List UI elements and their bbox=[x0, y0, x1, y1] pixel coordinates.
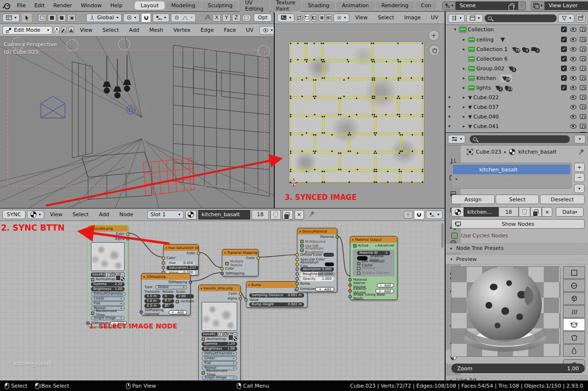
multiple-textures-checkbox[interactable] bbox=[225, 262, 229, 265]
expand-icon[interactable]: ▸ bbox=[461, 66, 467, 71]
hide-eye-icon[interactable] bbox=[570, 132, 576, 133]
options-button[interactable]: Opt bbox=[254, 13, 272, 22]
expand-icon[interactable]: ▸ bbox=[461, 85, 467, 90]
emission-input-socket[interactable] bbox=[295, 287, 299, 291]
use-cycles-nodes[interactable]: Use Cycles Nodes bbox=[451, 233, 508, 239]
panel-node-tree-presets[interactable]: ▸ Node Tree Presets :::: bbox=[446, 243, 588, 253]
preview-cloth-button[interactable] bbox=[563, 331, 585, 344]
uv-face-select-icon[interactable] bbox=[319, 14, 324, 22]
absorption-depth-socket[interactable] bbox=[295, 268, 299, 271]
editor-type-icon[interactable]: ▾ bbox=[2, 13, 20, 22]
material-slot-list[interactable]: kitchen_basalt ▸ :::: bbox=[451, 163, 572, 189]
menu-edge[interactable]: Edge bbox=[196, 27, 218, 33]
interpolation-dropdown[interactable]: Linear▾ bbox=[91, 297, 125, 301]
disable-render-icon[interactable] bbox=[580, 47, 586, 52]
grip-handle[interactable]: :::: bbox=[507, 177, 515, 182]
panel-preview[interactable]: ▾ Preview :::: bbox=[446, 254, 588, 264]
pin-icon[interactable] bbox=[308, 211, 315, 219]
gamma-slider[interactable]: Gamma2.20 bbox=[91, 282, 125, 287]
projection-dropdown[interactable]: Flat▾ bbox=[91, 301, 125, 306]
preview-fluid-button[interactable] bbox=[563, 344, 585, 357]
unlink-material-icon[interactable]: × bbox=[542, 207, 552, 217]
view-layer-name-field[interactable]: View Layer bbox=[545, 1, 588, 10]
shader-type-icon[interactable]: ▾ bbox=[27, 210, 44, 219]
exclude-checkbox[interactable]: ✓ bbox=[561, 26, 567, 32]
brightness-slider[interactable]: Brightness1.00 bbox=[91, 287, 125, 291]
disable-render-icon[interactable] bbox=[580, 56, 586, 61]
pivot-point-dropdown[interactable]: ▾ bbox=[123, 13, 140, 22]
add-slot-button[interactable]: + bbox=[574, 163, 585, 172]
shadow-catcher-checkbox[interactable] bbox=[357, 272, 360, 275]
slot-dropdown[interactable]: Slot 1▾ bbox=[147, 210, 184, 219]
expand-icon[interactable]: ▸ bbox=[461, 124, 467, 129]
menu-window[interactable]: Window bbox=[77, 0, 106, 12]
preview-resize-grip[interactable]: :::: bbox=[499, 358, 507, 363]
material-input-socket[interactable] bbox=[348, 278, 352, 282]
saturation-slider[interactable]: Saturation1.217 bbox=[166, 266, 199, 270]
material-name-field[interactable]: kitchen_basalt bbox=[198, 210, 250, 220]
uv-image-editor[interactable]: ▾ ▾ View Select Image UV bbox=[275, 12, 445, 208]
specular-input-socket[interactable] bbox=[295, 258, 299, 261]
channels-dropdown[interactable]: DefaultChannels▾ bbox=[91, 292, 126, 296]
transform-orientation-dropdown[interactable]: Global▾ bbox=[86, 13, 122, 22]
exclude-checkbox[interactable]: ✓ bbox=[561, 37, 567, 42]
source-dropdown[interactable]: Single Image▾ bbox=[202, 376, 237, 380]
use-ior-checkbox[interactable] bbox=[300, 244, 304, 248]
properties-search-input[interactable] bbox=[470, 135, 570, 143]
diffuse-color-swatch[interactable] bbox=[323, 253, 334, 257]
material-users-count[interactable]: 18 bbox=[252, 210, 269, 220]
node-title[interactable]: basalto_bmp.png bbox=[199, 285, 240, 291]
menu-render[interactable]: Render bbox=[49, 0, 77, 12]
menu-view[interactable]: View bbox=[76, 27, 97, 33]
editor-type-icon[interactable]: ▾ bbox=[448, 135, 465, 143]
roughness-slider[interactable]: Roughness0.5000 bbox=[300, 272, 335, 276]
color-input-socket[interactable] bbox=[220, 267, 224, 271]
hide-eye-icon[interactable] bbox=[570, 95, 576, 100]
outliner-row-cube040[interactable]: ▸ ▼ Cube.040 ▽ bbox=[446, 112, 588, 121]
hue-input-socket[interactable] bbox=[162, 261, 165, 265]
absorption-color-swatch[interactable] bbox=[325, 262, 334, 266]
exclude-checkbox[interactable]: ✓ bbox=[561, 75, 567, 81]
color-output-socket[interactable] bbox=[126, 233, 129, 236]
sampling-distance-field[interactable]: Sampling Distance0.001 m bbox=[249, 293, 304, 298]
menu-mesh[interactable]: Mesh bbox=[145, 27, 167, 33]
new-collection-icon[interactable] bbox=[576, 14, 586, 23]
material-output-socket[interactable] bbox=[335, 235, 339, 239]
disable-render-icon[interactable] bbox=[580, 95, 586, 100]
menu-view[interactable]: View bbox=[351, 14, 372, 21]
outliner-search-input[interactable] bbox=[485, 14, 557, 22]
tab-compositing[interactable]: Con bbox=[415, 1, 437, 10]
source-dropdown[interactable]: Single Image▾ bbox=[91, 316, 125, 320]
panel-collapse-icon[interactable]: ▸ bbox=[450, 246, 452, 250]
holdout-checkbox[interactable] bbox=[357, 267, 360, 270]
rotate-x[interactable]: X 7.3° bbox=[162, 294, 174, 299]
disable-render-icon[interactable] bbox=[580, 66, 586, 71]
mapping-output-socket[interactable] bbox=[189, 281, 192, 284]
mirror-x-button[interactable]: X bbox=[213, 14, 221, 22]
colorspace-icon[interactable] bbox=[233, 337, 237, 341]
menu-help[interactable]: Help bbox=[106, 0, 127, 12]
vertex-select-icon[interactable] bbox=[54, 26, 60, 34]
disable-render-icon[interactable] bbox=[580, 104, 586, 109]
absorption-color-socket[interactable] bbox=[295, 263, 299, 266]
mirror-z-button[interactable]: Z bbox=[232, 14, 240, 22]
assign-button[interactable]: Assign bbox=[451, 195, 495, 204]
uv-sticky-dropdown[interactable]: ▾ bbox=[333, 13, 349, 22]
node-title[interactable]: basalto.png bbox=[88, 225, 128, 232]
copy-icon[interactable] bbox=[510, 3, 514, 8]
remove-slot-button[interactable]: − bbox=[574, 173, 585, 182]
color-output-socket[interactable] bbox=[239, 292, 242, 296]
disable-render-icon[interactable] bbox=[580, 37, 586, 42]
select-tool-button[interactable] bbox=[21, 13, 32, 23]
preview-sphere-button[interactable] bbox=[563, 279, 585, 292]
disable-render-icon[interactable] bbox=[580, 124, 586, 129]
grip-handle[interactable]: :::: bbox=[575, 378, 583, 381]
expand-icon[interactable]: ▸ bbox=[461, 95, 467, 100]
brightness-slider[interactable]: Brightness1.00 bbox=[202, 347, 237, 351]
hide-eye-icon[interactable] bbox=[570, 115, 576, 119]
panel-expand-icon[interactable]: ▾ bbox=[450, 257, 452, 261]
menu-select[interactable]: Select bbox=[98, 27, 123, 33]
alpha-output-socket[interactable] bbox=[126, 237, 129, 241]
node-editor-scrollbar[interactable] bbox=[441, 223, 444, 248]
bump-height-field[interactable]: Bump Height0.002 m bbox=[249, 302, 304, 307]
